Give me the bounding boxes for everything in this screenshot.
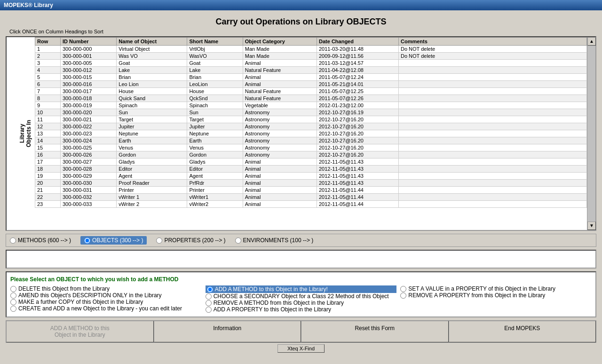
xteq-bar: Xteq X-Find <box>6 344 596 353</box>
option-set-value-label: SET A VALUE in a PROPERTY of this Object… <box>408 285 555 292</box>
table-row[interactable]: 2300-000-001Was VOWasVOMan Made2009-09-1… <box>35 53 587 60</box>
table-row[interactable]: 5300-000-015BrianBrianAnimal2011-05-07@1… <box>35 74 587 81</box>
table-row[interactable]: 1300-000-000Virtual ObjectVrtlObjMan Mad… <box>35 46 587 53</box>
table-row[interactable]: 14300-000-024EarthEarthAstronomy2012-10-… <box>35 137 587 144</box>
option-delete-label: DELETE this Object from the Library <box>18 285 110 292</box>
option-amend-label: AMEND this Object's DESCRIPTION ONLY in … <box>18 292 162 299</box>
table-row[interactable]: 7300-000-017HouseHouseNatural Feature201… <box>35 88 587 95</box>
option-copy[interactable]: MAKE a further COPY of this Object in th… <box>10 299 202 305</box>
option-remove-method[interactable]: REMOVE A METHOD from this Object in the … <box>206 300 397 306</box>
table-row[interactable]: 21300-000-031PrinterPrinterAnimal2012-11… <box>35 187 587 194</box>
option-remove-property[interactable]: REMOVE A PROPERTY from this Object in th… <box>400 292 592 299</box>
table-row[interactable]: 6300-000-016Leo LionLeoLionAnimal2011-05… <box>35 81 587 88</box>
table-row[interactable]: 12300-000-022JupiterJupiterAstronomy2012… <box>35 123 587 130</box>
title-label: MOPEKS® Library <box>4 2 53 8</box>
radio-properties-label: PROPERTIES (200 --> ) <box>164 237 225 244</box>
table-row[interactable]: 23300-000-033vWriter 2vWriter2Animal2012… <box>35 201 587 208</box>
table-row[interactable]: 4300-000-012LakeLakeNatural Feature2011-… <box>35 67 587 74</box>
table-row[interactable]: 18300-000-028EditorEditorAnimal2012-11-0… <box>35 166 587 173</box>
scroll-track[interactable] <box>587 46 595 222</box>
radio-methods-label: METHODS (600 --> ) <box>18 237 71 244</box>
option-add-method[interactable]: ADD A METHOD to this Object in the Libra… <box>206 285 397 293</box>
radio-objects[interactable]: OBJECTS (300 --> ) <box>80 236 147 245</box>
option-create-label: CREATE and ADD a new Object to the Libra… <box>18 305 182 312</box>
option-amend[interactable]: AMEND this Object's DESCRIPTION ONLY in … <box>10 292 202 299</box>
table-header[interactable]: Row ID Number Name of Object Short Name … <box>35 38 587 46</box>
col-comments[interactable]: Comments <box>399 38 587 46</box>
table-row[interactable]: 15300-000-025VenusVenusAstronomy2012-10-… <box>35 144 587 151</box>
table-row[interactable]: 10300-000-020SunSunAstronomy2012-10-27@1… <box>35 109 587 116</box>
add-method-button[interactable]: ADD A METHOD to thisObject in the Librar… <box>6 321 154 342</box>
library-table: Row ID Number Name of Object Short Name … <box>35 37 587 208</box>
table-row[interactable]: 17300-000-027GladysGladysAnimal2012-11-0… <box>35 158 587 166</box>
objects-label: Objects InLibrary <box>7 116 35 151</box>
col-date[interactable]: Date Changed <box>317 38 399 46</box>
option-remove-method-label: REMOVE A METHOD from this Object in the … <box>214 300 344 306</box>
page-title: Carry out Operations on Library OBJECTS <box>6 17 596 27</box>
bottom-buttons: ADD A METHOD to thisObject in the Librar… <box>6 320 596 343</box>
option-add-property-label: ADD A PROPERTY to this Object in the Lib… <box>214 306 331 313</box>
table-row[interactable]: 8300-000-018Quick SandQckSndNatural Feat… <box>35 95 587 102</box>
col-category[interactable]: Object Category <box>243 38 317 46</box>
table-row[interactable]: 11300-000-021TargetTargetAstronomy2012-1… <box>35 116 587 123</box>
radio-methods[interactable]: METHODS (600 --> ) <box>10 237 71 244</box>
end-mopeks-button[interactable]: End MOPEKS <box>449 321 596 342</box>
option-remove-property-label: REMOVE A PROPERTY from this Object in th… <box>408 292 545 299</box>
title-bar: MOPEKS® Library <box>0 0 602 10</box>
option-add-method-label: ADD A METHOD to this Object in the Libra… <box>215 286 328 293</box>
information-button[interactable]: Information <box>154 321 301 342</box>
option-secondary-label: CHOOSE a SECONDARY Object for a Class 22… <box>214 293 389 300</box>
options-col1: DELETE this Object from the Library AMEN… <box>10 285 202 313</box>
col-id[interactable]: ID Number <box>60 38 116 46</box>
options-grid: DELETE this Object from the Library AMEN… <box>10 285 592 313</box>
scrollbar[interactable]: ▲ ▼ <box>587 37 595 230</box>
radio-environments[interactable]: ENVIRONMENTS (100 --> ) <box>235 237 314 244</box>
option-delete[interactable]: DELETE this Object from the Library <box>10 285 202 292</box>
table-body: 1300-000-000Virtual ObjectVrtlObjMan Mad… <box>35 46 587 208</box>
option-create[interactable]: CREATE and ADD a new Object to the Libra… <box>10 305 202 312</box>
option-secondary[interactable]: CHOOSE a SECONDARY Object for a Class 22… <box>206 293 397 300</box>
col-short[interactable]: Short Name <box>187 38 243 46</box>
action-area <box>6 250 596 269</box>
table-row[interactable]: 9300-000-019SpinachSpinachVegetable2012-… <box>35 102 587 109</box>
select-section: Please Select an OBJECT to which you wis… <box>6 271 596 317</box>
option-add-property[interactable]: ADD A PROPERTY to this Object in the Lib… <box>206 306 397 313</box>
table-row[interactable]: 16300-000-026GordonGordonAstronomy2012-1… <box>35 151 587 158</box>
reset-button[interactable]: Reset this Form <box>301 321 449 342</box>
scroll-up[interactable]: ▲ <box>587 37 596 46</box>
options-col3: SET A VALUE in a PROPERTY of this Object… <box>400 285 592 313</box>
radio-objects-label: OBJECTS (300 --> ) <box>92 237 143 244</box>
option-set-value[interactable]: SET A VALUE in a PROPERTY of this Object… <box>400 285 592 292</box>
table-row[interactable]: 20300-000-030Proof ReaderPrfRdrAnimal201… <box>35 180 587 187</box>
option-copy-label: MAKE a further COPY of this Object in th… <box>18 299 143 305</box>
table-row[interactable]: 3300-000-005GoatGoatAnimal2011-03-12@14.… <box>35 60 587 67</box>
select-title: Please Select an OBJECT to which you wis… <box>10 276 592 283</box>
scroll-down[interactable]: ▼ <box>587 222 596 230</box>
xteq-button[interactable]: Xteq X-Find <box>277 344 325 353</box>
col-name[interactable]: Name of Object <box>117 38 187 46</box>
table-row[interactable]: 22300-000-032vWriter 1vWriter1Animal2012… <box>35 194 587 201</box>
radio-properties[interactable]: PROPERTIES (200 --> ) <box>156 237 225 244</box>
table-row[interactable]: 13300-000-023NeptuneNeptuneAstronomy2012… <box>35 130 587 137</box>
options-col2: ADD A METHOD to this Object in the Libra… <box>206 285 397 313</box>
radio-environments-label: ENVIRONMENTS (100 --> ) <box>243 237 314 244</box>
sort-hint: Click ONCE on Column Headings to Sort <box>9 29 596 34</box>
radio-section: METHODS (600 --> ) OBJECTS (300 --> ) PR… <box>6 234 596 247</box>
col-row[interactable]: Row <box>35 38 61 46</box>
table-row[interactable]: 19300-000-029AgentAgentAnimal2012-11-05@… <box>35 173 587 180</box>
